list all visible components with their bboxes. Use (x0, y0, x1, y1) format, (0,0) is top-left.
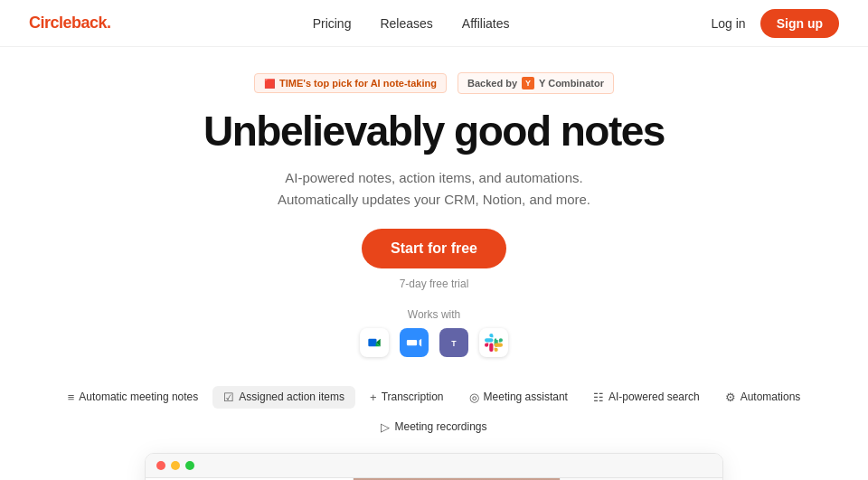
tab-automatic-notes[interactable]: ≡ Automatic meeting notes (57, 386, 210, 409)
feature-tabs: ≡ Automatic meeting notes ☑ Assigned act… (0, 386, 868, 438)
start-for-free-button[interactable]: Start for free (362, 229, 506, 268)
login-link[interactable]: Log in (712, 16, 746, 31)
hero-subtitle-line2: Automatically updates your CRM, Notion, … (278, 192, 590, 207)
nav-links: Pricing Releases Affiliates (313, 16, 510, 31)
tab-label-0: Automatic meeting notes (79, 391, 198, 403)
tab-label-4: AI-powered search (609, 391, 700, 403)
window-close-dot (156, 461, 165, 470)
logo-text: Circleback (29, 14, 107, 32)
svg-text:T: T (451, 338, 457, 347)
badges: 🟥 TIME's top pick for AI note-taking Bac… (254, 72, 614, 94)
demo-section: ✓ Meeting Notes Mathew detailed the prem… (0, 453, 868, 480)
hero-subtitle: AI-powered notes, action items, and auto… (278, 167, 590, 211)
tab-label-1: Assigned action items (239, 391, 344, 403)
search-icon: ☷ (593, 391, 604, 404)
works-with: Works with T (360, 308, 508, 357)
assistant-icon: ◎ (469, 391, 479, 404)
nav-pricing[interactable]: Pricing (313, 16, 352, 31)
tab-label-6: Meeting recordings (394, 420, 486, 433)
tab-meeting-assistant[interactable]: ◎ Meeting assistant (458, 386, 579, 409)
trial-text: 7-day free trial (400, 278, 469, 290)
tab-transcription[interactable]: + Transcription (359, 386, 455, 409)
demo-window: ✓ Meeting Notes Mathew detailed the prem… (145, 453, 723, 480)
works-with-label: Works with (360, 308, 508, 321)
hero-subtitle-line1: AI-powered notes, action items, and auto… (285, 170, 582, 185)
automations-icon: ⚙ (725, 391, 736, 404)
tab-recordings[interactable]: ▷ Meeting recordings (370, 416, 497, 438)
logo[interactable]: Circleback. (29, 14, 111, 33)
hero-section: 🟥 TIME's top pick for AI note-taking Bac… (0, 47, 868, 386)
tab-label-2: Transcription (382, 391, 444, 403)
nav-releases[interactable]: Releases (380, 16, 432, 31)
time-badge: 🟥 TIME's top pick for AI note-taking (254, 73, 447, 93)
time-badge-text: TIME's top pick for AI note-taking (279, 78, 437, 89)
svg-rect-0 (368, 338, 376, 345)
app-icons: T (360, 328, 508, 357)
yc-text: Y Combinator (539, 78, 604, 89)
window-maximize-dot (185, 461, 194, 470)
window-minimize-dot (171, 461, 180, 470)
tab-action-items[interactable]: ☑ Assigned action items (212, 386, 355, 409)
action-icon: ☑ (223, 391, 234, 404)
yc-badge: Backed by Y Y Combinator (458, 72, 614, 94)
zoom-icon (400, 328, 429, 357)
nav-right: Log in Sign up (712, 9, 839, 38)
tab-automations[interactable]: ⚙ Automations (714, 386, 812, 409)
backed-by-text: Backed by (467, 78, 517, 89)
yc-logo-icon: Y (522, 77, 534, 89)
signup-button[interactable]: Sign up (760, 9, 839, 38)
teams-icon: T (439, 328, 468, 357)
tab-ai-search[interactable]: ☷ AI-powered search (582, 386, 711, 409)
google-meet-icon (360, 328, 389, 357)
recordings-icon: ▷ (381, 420, 390, 434)
hero-title: Unbelievably good notes (203, 108, 665, 155)
nav-affiliates[interactable]: Affiliates (462, 16, 510, 31)
tab-label-3: Meeting assistant (484, 391, 568, 403)
window-titlebar (146, 454, 722, 478)
navbar: Circleback. Pricing Releases Affiliates … (0, 0, 868, 47)
tab-label-5: Automations (741, 391, 801, 403)
notes-icon: ≡ (68, 391, 75, 404)
transcription-icon: + (370, 391, 377, 404)
slack-icon (479, 328, 508, 357)
time-icon: 🟥 (264, 79, 275, 89)
